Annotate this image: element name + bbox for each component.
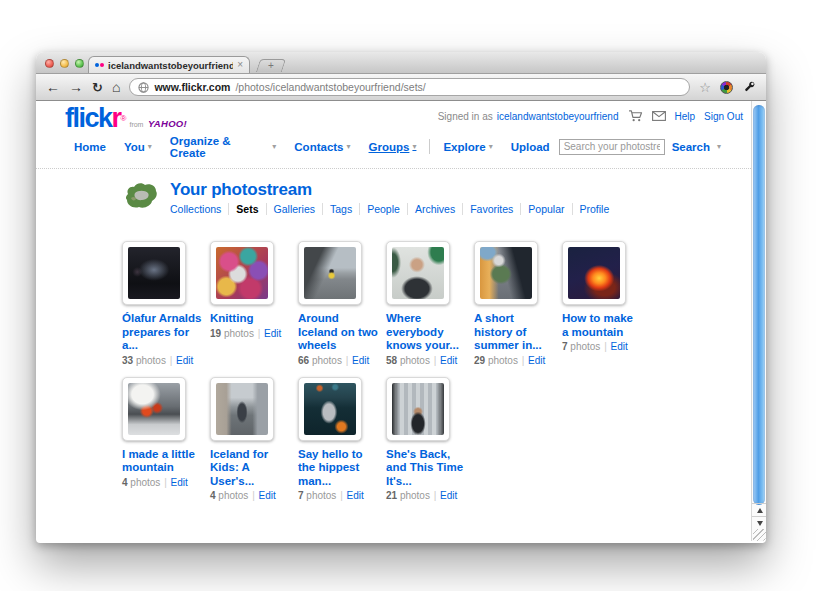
- nav-home[interactable]: Home: [65, 139, 115, 155]
- vertical-scrollbar[interactable]: [751, 101, 766, 541]
- window-resize-grip[interactable]: [753, 529, 766, 541]
- buddy-icon[interactable]: [122, 180, 160, 212]
- tab-galleries[interactable]: Galleries: [266, 203, 322, 215]
- edit-link[interactable]: Edit: [440, 490, 457, 501]
- nav-you[interactable]: You▾: [115, 139, 161, 155]
- set-title-link[interactable]: Where everybody knows your...: [386, 312, 466, 353]
- set-title-link[interactable]: Ólafur Arnalds prepares for a...: [122, 312, 202, 353]
- photostream-tabs: Collections Sets Galleries Tags People A…: [170, 203, 616, 215]
- tab-profile[interactable]: Profile: [572, 203, 617, 215]
- search-input[interactable]: [559, 139, 665, 155]
- tab-archives[interactable]: Archives: [407, 203, 462, 215]
- edit-link[interactable]: Edit: [176, 355, 193, 366]
- help-link[interactable]: Help: [675, 111, 696, 122]
- reload-icon[interactable]: ↻: [92, 81, 103, 94]
- set-thumbnail[interactable]: [210, 241, 274, 305]
- sign-out-link[interactable]: Sign Out: [704, 111, 743, 122]
- minimize-window-button[interactable]: [60, 59, 69, 68]
- set-meta: 4 photos | Edit: [210, 490, 290, 501]
- edit-link[interactable]: Edit: [259, 490, 276, 501]
- edit-link[interactable]: Edit: [347, 490, 364, 501]
- photo-count: 58: [386, 355, 397, 366]
- nav-groups[interactable]: Groups▾: [360, 139, 426, 155]
- set-thumbnail[interactable]: [562, 241, 626, 305]
- separator: |: [258, 328, 261, 339]
- tab-people[interactable]: People: [359, 203, 407, 215]
- separator: |: [346, 355, 349, 366]
- edit-link[interactable]: Edit: [440, 355, 457, 366]
- main-nav: Home You▾ Organize & Create▾ Contacts▾ G…: [65, 133, 559, 161]
- set-photo: [216, 383, 268, 435]
- nav-organize-create[interactable]: Organize & Create▾: [161, 133, 285, 161]
- nav-upload[interactable]: Upload: [502, 139, 559, 155]
- tab-close-icon[interactable]: ×: [237, 60, 243, 70]
- search-button[interactable]: Search: [672, 141, 710, 153]
- separator: |: [252, 490, 255, 501]
- edit-link[interactable]: Edit: [611, 341, 628, 352]
- address-bar[interactable]: www.flickr.com/photos/icelandwantstobeyo…: [129, 78, 690, 96]
- window-titlebar[interactable]: icelandwantstobeyourfriend's × +: [36, 52, 766, 74]
- extension-icon[interactable]: [720, 81, 733, 94]
- page-content: Your photostream Collections Sets Galler…: [36, 169, 751, 501]
- set-title-link[interactable]: Knitting: [210, 312, 290, 326]
- browser-tab[interactable]: icelandwantstobeyourfriend's ×: [88, 56, 250, 73]
- set-title-link[interactable]: I made a little mountain: [122, 448, 202, 475]
- browser-viewport: flickr®from YAHOO! Signed in as icelandw…: [36, 101, 766, 541]
- set-meta: 7 photos | Edit: [298, 490, 378, 501]
- set-thumbnail[interactable]: [386, 241, 450, 305]
- set-meta: 7 photos | Edit: [562, 341, 642, 352]
- set-title-link[interactable]: Iceland for Kids: A User's...: [210, 448, 290, 489]
- set-title-link[interactable]: Say hello to the hippest man...: [298, 448, 378, 489]
- scroll-down-button[interactable]: [752, 516, 766, 529]
- set-thumbnail[interactable]: [122, 377, 186, 441]
- tab-popular[interactable]: Popular: [520, 203, 571, 215]
- bookmark-star-icon[interactable]: ☆: [699, 80, 711, 95]
- nav-explore[interactable]: Explore▾: [434, 139, 501, 155]
- mail-icon[interactable]: [652, 111, 666, 121]
- scrollbar-thumb[interactable]: [753, 105, 765, 505]
- photo-set: How to make a mountain 7 photos | Edit: [562, 241, 642, 366]
- edit-link[interactable]: Edit: [528, 355, 545, 366]
- edit-link[interactable]: Edit: [352, 355, 369, 366]
- home-icon[interactable]: ⌂: [112, 80, 120, 94]
- photo-count: 66: [298, 355, 309, 366]
- nav-contacts[interactable]: Contacts▾: [285, 139, 359, 155]
- tab-collections[interactable]: Collections: [170, 203, 228, 215]
- set-thumbnail[interactable]: [386, 377, 450, 441]
- set-thumbnail[interactable]: [474, 241, 538, 305]
- url-path: /photos/icelandwantstobeyourfriend/sets/: [235, 81, 425, 93]
- photos-word: photos: [224, 328, 254, 339]
- tab-tags[interactable]: Tags: [322, 203, 359, 215]
- set-title-link[interactable]: A short history of summer in...: [474, 312, 554, 353]
- scroll-up-button[interactable]: [752, 503, 766, 516]
- set-thumbnail[interactable]: [122, 241, 186, 305]
- zoom-window-button[interactable]: [75, 59, 84, 68]
- forward-icon[interactable]: →: [69, 80, 83, 94]
- photo-set: Ólafur Arnalds prepares for a... 33 phot…: [122, 241, 202, 366]
- set-title-link[interactable]: How to make a mountain: [562, 312, 642, 339]
- set-thumbnail[interactable]: [298, 241, 362, 305]
- tab-favorites[interactable]: Favorites: [462, 203, 520, 215]
- back-icon[interactable]: ←: [46, 80, 60, 94]
- set-photo: [128, 247, 180, 299]
- photo-set: A short history of summer in... 29 photo…: [474, 241, 554, 366]
- edit-link[interactable]: Edit: [264, 328, 281, 339]
- set-thumbnail[interactable]: [298, 377, 362, 441]
- tab-sets[interactable]: Sets: [228, 203, 265, 215]
- set-title-link[interactable]: She's Back, and This Time It's...: [386, 448, 466, 489]
- edit-link[interactable]: Edit: [171, 477, 188, 488]
- wrench-menu-icon[interactable]: [742, 80, 756, 94]
- close-window-button[interactable]: [45, 59, 54, 68]
- cart-icon[interactable]: [628, 110, 643, 122]
- photos-word: photos: [570, 341, 600, 352]
- separator: |: [604, 341, 607, 352]
- photo-set: I made a little mountain 4 photos | Edit: [122, 377, 202, 502]
- new-tab-button[interactable]: +: [256, 59, 286, 72]
- chevron-down-icon[interactable]: ▾: [717, 142, 721, 151]
- flickr-header: flickr®from YAHOO! Signed in as icelandw…: [36, 101, 751, 169]
- username-link[interactable]: icelandwantstobeyourfriend: [497, 111, 619, 122]
- set-title-link[interactable]: Around Iceland on two wheels: [298, 312, 378, 353]
- set-thumbnail[interactable]: [210, 377, 274, 441]
- search-area: Search ▾: [559, 139, 743, 155]
- flickr-logo[interactable]: flickr®from YAHOO!: [65, 107, 187, 130]
